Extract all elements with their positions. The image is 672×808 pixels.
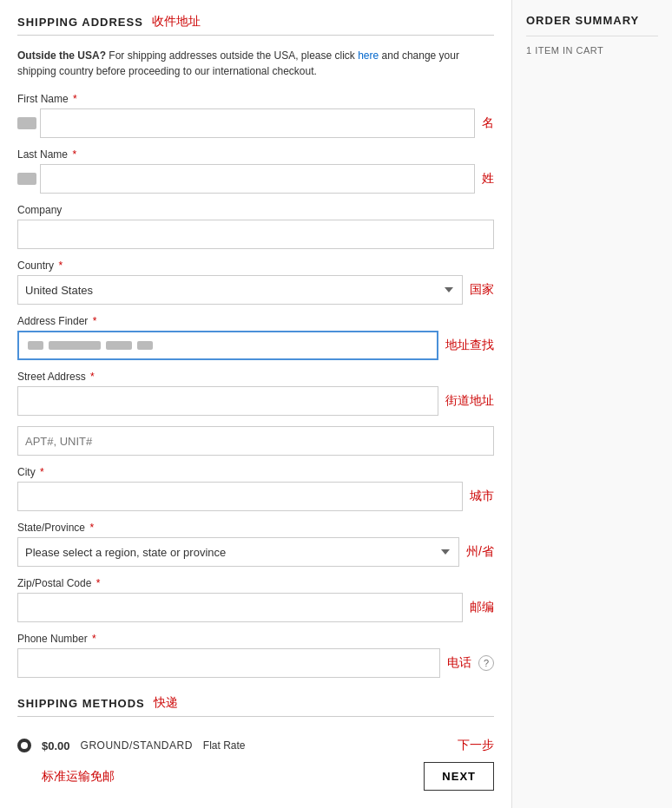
order-summary-subtitle: 1 ITEM IN CART: [526, 45, 658, 56]
city-label: City *: [17, 466, 494, 478]
shipping-methods-section: SHIPPING METHODS 快递 $0.00 GROUND/STANDAR…: [17, 695, 494, 798]
order-summary-title: ORDER SUMMARY: [526, 14, 658, 27]
sidebar-divider: [526, 36, 658, 36]
shipping-methods-header: SHIPPING METHODS 快递: [17, 695, 494, 717]
city-input[interactable]: [17, 482, 463, 511]
state-province-label: State/Province *: [17, 522, 494, 534]
phone-help-icon[interactable]: ?: [478, 655, 494, 671]
shipping-radio-ground[interactable]: [17, 739, 31, 752]
next-button[interactable]: NEXT: [424, 762, 494, 791]
phone-number-label: Phone Number *: [17, 633, 494, 645]
first-name-label: First Name *: [17, 93, 494, 105]
zip-postal-label: Zip/Postal Code *: [17, 577, 494, 589]
street-address-input[interactable]: [17, 386, 438, 416]
company-group: Company: [17, 204, 494, 249]
shipping-option-ground: $0.00 GROUND/STANDARD Flat Rate 下一步: [17, 729, 494, 762]
address-finder-label: Address Finder *: [17, 315, 494, 327]
address-finder-group: Address Finder * 地址查找: [17, 315, 494, 360]
order-summary-sidebar: ORDER SUMMARY 1 ITEM IN CART: [511, 0, 672, 808]
country-label: Country *: [17, 259, 494, 272]
last-name-group: Last Name * 姓: [17, 148, 494, 194]
shipping-address-header: SHIPPING ADDRESS 收件地址: [17, 14, 494, 36]
outside-usa-notice: Outside the USA? For shipping addresses …: [17, 48, 494, 79]
here-link[interactable]: here: [358, 49, 379, 62]
shipping-price: $0.00: [42, 739, 70, 752]
country-select[interactable]: United States: [17, 275, 463, 305]
last-name-icon: [17, 173, 36, 185]
shipping-address-title-en: SHIPPING ADDRESS: [17, 16, 143, 29]
country-group: Country * United States 国家: [17, 259, 494, 305]
shipping-standard-cn: 标准运输免邮: [42, 769, 115, 785]
last-name-input[interactable]: [40, 164, 475, 194]
state-province-select[interactable]: Please select a region, state or provinc…: [17, 537, 459, 567]
zip-postal-input[interactable]: [17, 593, 463, 622]
apt-unit-group: [17, 426, 494, 456]
shipping-name: GROUND/STANDARD: [81, 739, 193, 752]
shipping-standard-cn-row: 标准运输免邮 NEXT: [17, 762, 494, 798]
first-name-group: First Name * 名: [17, 93, 494, 138]
shipping-address-title-cn: 收件地址: [152, 14, 201, 30]
first-name-icon: [17, 117, 36, 129]
shipping-methods-title-en: SHIPPING METHODS: [17, 697, 145, 710]
company-label: Company: [17, 204, 494, 216]
company-input[interactable]: [17, 220, 494, 249]
zip-postal-group: Zip/Postal Code * 邮编: [17, 577, 494, 622]
shipping-methods-title-cn: 快递: [154, 695, 178, 711]
street-address-group: Street Address * 街道地址: [17, 371, 494, 416]
address-finder-input[interactable]: [17, 331, 438, 360]
apt-unit-input[interactable]: [17, 426, 494, 456]
phone-number-group: Phone Number * 电话 ?: [17, 633, 494, 678]
last-name-label: Last Name *: [17, 148, 494, 161]
next-step-cn-label: 下一步: [458, 738, 494, 753]
street-address-label: Street Address *: [17, 371, 494, 383]
phone-number-input[interactable]: [17, 648, 440, 678]
first-name-input[interactable]: [40, 108, 475, 138]
state-province-group: State/Province * Please select a region,…: [17, 522, 494, 567]
shipping-rate: Flat Rate: [203, 739, 246, 752]
city-group: City * 城市: [17, 466, 494, 511]
